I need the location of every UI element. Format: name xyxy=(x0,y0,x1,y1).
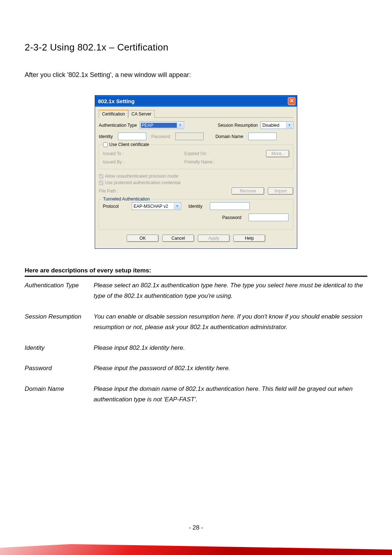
allow-unauth-checkbox: Allow unauthenticated provision mode xyxy=(99,174,293,179)
tab-ca-server[interactable]: CA Server xyxy=(128,110,155,118)
button-row: OK Cancel Apply Help xyxy=(99,230,293,243)
use-client-cert-checkbox[interactable] xyxy=(103,142,108,147)
tunneled-identity-label: Identity xyxy=(188,204,203,209)
page-number: - 28 - xyxy=(0,524,392,531)
session-resumption-select[interactable]: Disabled ▾ xyxy=(261,121,293,129)
import-button: Import xyxy=(268,187,293,195)
item-name: Password xyxy=(25,362,94,375)
password-label: Password xyxy=(151,134,171,139)
auth-type-select[interactable]: PEAP ▾ xyxy=(140,121,184,129)
dialog-title: 802.1x Setting xyxy=(98,98,135,104)
item-name: Domain Name xyxy=(25,382,94,406)
domain-name-input[interactable] xyxy=(248,133,277,140)
password-input xyxy=(175,133,204,140)
item-text: Please select an 802.1x authentication t… xyxy=(94,279,367,303)
section-heading: 2-3-2 Using 802.1x – Certification xyxy=(25,42,367,53)
issued-by-label: Issued By : xyxy=(103,159,181,165)
table-row: Domain Name Please input the domain name… xyxy=(25,382,367,406)
help-button[interactable]: Help xyxy=(233,235,265,242)
tunneled-password-label: Password xyxy=(222,215,241,220)
dialog-8021x-setting: 802.1x Setting ✕ Certification CA Server… xyxy=(95,95,297,249)
tab-certification[interactable]: Certification xyxy=(99,110,128,118)
tab-strip: Certification CA Server xyxy=(99,110,293,118)
item-text: You can enable or disable session resump… xyxy=(94,310,367,334)
chevron-down-icon: ▾ xyxy=(177,122,183,128)
tunneled-password-input[interactable] xyxy=(249,214,289,221)
identity-input[interactable] xyxy=(118,133,146,140)
more-button: More.. xyxy=(266,150,289,157)
table-row: Password Please input the password of 80… xyxy=(25,362,367,375)
remove-button: Remove xyxy=(232,187,264,195)
apply-button: Apply xyxy=(198,235,230,242)
protocol-select[interactable]: EAP-MSCHAP v2 ▾ xyxy=(132,202,181,210)
item-name: Authentication Type xyxy=(25,279,94,303)
domain-name-label: Domain Name xyxy=(215,134,243,139)
intro-paragraph: After you click '802.1x Setting', a new … xyxy=(25,71,367,79)
ok-button[interactable]: OK xyxy=(127,235,159,242)
cancel-button[interactable]: Cancel xyxy=(162,235,194,242)
item-text: Please input 802.1x identity here. xyxy=(94,341,367,355)
friendly-name-label: Friendly Name : xyxy=(184,159,263,165)
tunneled-identity-input[interactable] xyxy=(210,202,250,210)
item-text: Please input the domain name of 802.1x a… xyxy=(94,382,367,406)
table-row: Identity Please input 802.1x identity he… xyxy=(25,341,367,355)
identity-label: Identity xyxy=(99,134,113,139)
table-row: Session Resumption You can enable or dis… xyxy=(25,310,367,334)
use-protected-checkbox: Use protected authentication credential xyxy=(99,180,293,185)
client-cert-group-title: Use Client certificate xyxy=(102,142,150,148)
close-icon[interactable]: ✕ xyxy=(288,97,295,105)
tunneled-auth-group: Tunneled Authentication Protocol EAP-MSC… xyxy=(99,199,293,230)
item-text: Please input the password of 802.1x iden… xyxy=(94,362,367,375)
item-name: Identity xyxy=(25,341,94,355)
descriptions-table: Authentication Type Please select an 802… xyxy=(25,279,367,406)
expired-on-label: Expired On : xyxy=(184,151,263,156)
protocol-label: Protocol xyxy=(103,204,124,209)
client-cert-group: Use Client certificate Issued To : Expir… xyxy=(99,145,293,169)
titlebar: 802.1x Setting ✕ xyxy=(95,96,297,107)
session-resumption-label: Session Resumption xyxy=(218,123,258,128)
auth-type-label: Authentication Type xyxy=(99,123,137,128)
issued-to-label: Issued To : xyxy=(103,151,181,156)
tunneled-auth-title: Tunneled Authentication xyxy=(102,197,151,202)
chevron-down-icon: ▾ xyxy=(286,122,292,128)
table-row: Authentication Type Please select an 802… xyxy=(25,279,367,303)
descriptions-header: Here are descriptions of every setup ite… xyxy=(25,267,367,277)
footer-decorative-swoosh xyxy=(0,537,392,555)
file-path-label: File Path : xyxy=(99,189,228,194)
item-name: Session Resumption xyxy=(25,310,94,334)
chevron-down-icon: ▾ xyxy=(174,203,180,209)
